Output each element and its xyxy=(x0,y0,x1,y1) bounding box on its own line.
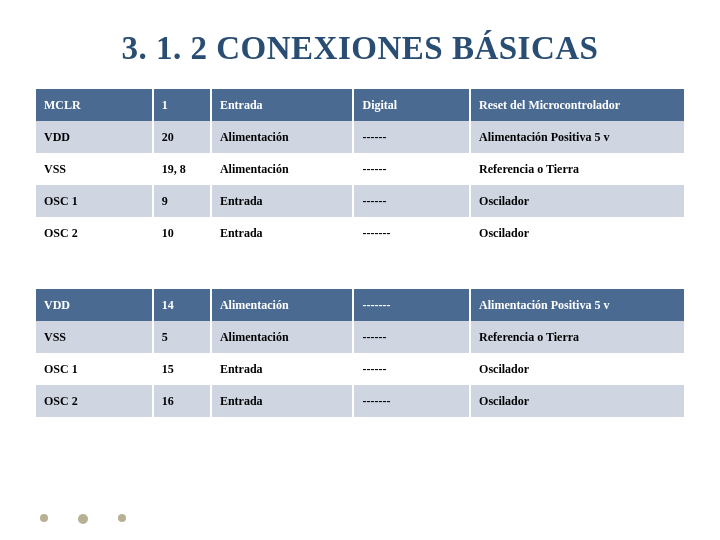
cell-mode: ------ xyxy=(353,153,470,185)
cell-mode: ------- xyxy=(353,217,470,249)
cell-type: Alimentación xyxy=(211,153,354,185)
page-title: 3. 1. 2 CONEXIONES BÁSICAS xyxy=(36,30,684,67)
cell-mode: ------- xyxy=(353,289,470,321)
cell-desc: Oscilador xyxy=(470,385,684,417)
cell-pin: 20 xyxy=(153,121,211,153)
dot-icon xyxy=(78,514,88,524)
cell-type: Alimentación xyxy=(211,289,354,321)
cell-signal: OSC 1 xyxy=(36,185,153,217)
table-row: OSC 1 15 Entrada ------ Oscilador xyxy=(36,353,684,385)
cell-pin: 16 xyxy=(153,385,211,417)
cell-pin: 1 xyxy=(153,89,211,121)
cell-type: Entrada xyxy=(211,353,354,385)
cell-desc: Oscilador xyxy=(470,353,684,385)
cell-mode: Digital xyxy=(353,89,470,121)
cell-type: Alimentación xyxy=(211,321,354,353)
footer-decoration xyxy=(40,514,126,524)
cell-signal: VDD xyxy=(36,289,153,321)
spacer xyxy=(36,249,684,289)
cell-mode: ------ xyxy=(353,185,470,217)
table-row: OSC 2 16 Entrada ------- Oscilador xyxy=(36,385,684,417)
cell-desc: Referencia o Tierra xyxy=(470,321,684,353)
table-row: MCLR 1 Entrada Digital Reset del Microco… xyxy=(36,89,684,121)
cell-signal: OSC 1 xyxy=(36,353,153,385)
cell-signal: OSC 2 xyxy=(36,217,153,249)
cell-signal: VSS xyxy=(36,321,153,353)
slide: 3. 1. 2 CONEXIONES BÁSICAS MCLR 1 Entrad… xyxy=(0,0,720,540)
cell-type: Entrada xyxy=(211,89,354,121)
cell-signal: VSS xyxy=(36,153,153,185)
cell-mode: ------ xyxy=(353,353,470,385)
cell-type: Entrada xyxy=(211,185,354,217)
cell-signal: OSC 2 xyxy=(36,385,153,417)
cell-pin: 14 xyxy=(153,289,211,321)
cell-pin: 5 xyxy=(153,321,211,353)
table-row: VSS 5 Alimentación ------ Referencia o T… xyxy=(36,321,684,353)
table-row: OSC 2 10 Entrada ------- Oscilador xyxy=(36,217,684,249)
cell-desc: Oscilador xyxy=(470,217,684,249)
connections-table-1: MCLR 1 Entrada Digital Reset del Microco… xyxy=(36,89,684,249)
cell-pin: 15 xyxy=(153,353,211,385)
table-row: VSS 19, 8 Alimentación ------ Referencia… xyxy=(36,153,684,185)
cell-pin: 10 xyxy=(153,217,211,249)
cell-pin: 19, 8 xyxy=(153,153,211,185)
cell-desc: Oscilador xyxy=(470,185,684,217)
cell-desc: Referencia o Tierra xyxy=(470,153,684,185)
cell-signal: VDD xyxy=(36,121,153,153)
table-row: VDD 20 Alimentación ------ Alimentación … xyxy=(36,121,684,153)
cell-desc: Reset del Microcontrolador xyxy=(470,89,684,121)
cell-mode: ------- xyxy=(353,385,470,417)
table-row: OSC 1 9 Entrada ------ Oscilador xyxy=(36,185,684,217)
cell-mode: ------ xyxy=(353,321,470,353)
cell-desc: Alimentación Positiva 5 v xyxy=(470,121,684,153)
cell-type: Alimentación xyxy=(211,121,354,153)
connections-table-2: VDD 14 Alimentación ------- Alimentación… xyxy=(36,289,684,417)
dot-icon xyxy=(118,514,126,522)
cell-pin: 9 xyxy=(153,185,211,217)
cell-type: Entrada xyxy=(211,217,354,249)
cell-type: Entrada xyxy=(211,385,354,417)
cell-signal: MCLR xyxy=(36,89,153,121)
cell-desc: Alimentación Positiva 5 v xyxy=(470,289,684,321)
cell-mode: ------ xyxy=(353,121,470,153)
table-row: VDD 14 Alimentación ------- Alimentación… xyxy=(36,289,684,321)
dot-icon xyxy=(40,514,48,522)
